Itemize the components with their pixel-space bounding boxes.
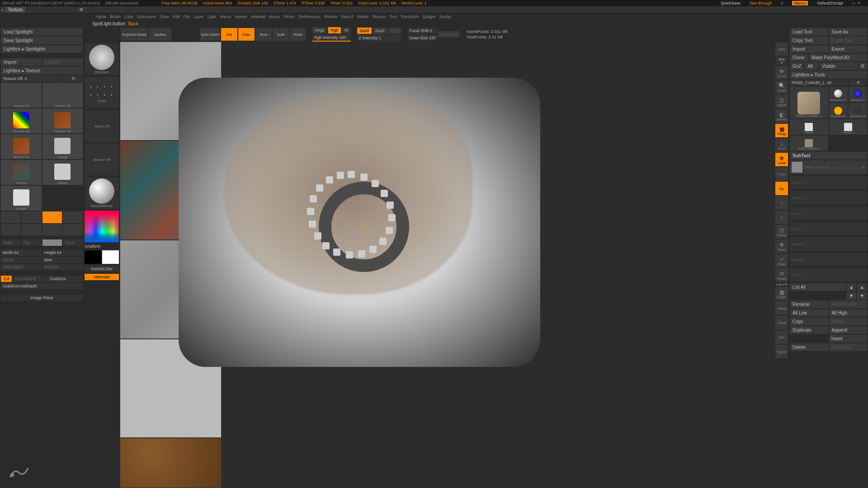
menu-edit[interactable]: Edit <box>173 14 180 19</box>
current-tool-field[interactable]: PM3D_Cube3D_1. 49 <box>790 80 849 86</box>
delete-button[interactable]: Delete <box>790 343 828 351</box>
image-thumb-2[interactable]: Image <box>1 160 42 185</box>
r-button[interactable]: R <box>64 75 83 82</box>
sb2[interactable] <box>22 224 42 236</box>
projection-master-button[interactable]: Projection Master <box>121 28 148 41</box>
viewport[interactable] <box>120 42 774 488</box>
menu-material[interactable]: Material <box>251 14 265 19</box>
image-thumb-4[interactable]: Image <box>1 186 42 211</box>
rgb-button[interactable]: Rgb <box>328 27 341 33</box>
duplicate-button[interactable]: Duplicate <box>790 326 828 334</box>
tool-alpha[interactable]: AlphaBrush <box>849 87 867 102</box>
sb4[interactable] <box>63 224 83 236</box>
copy-subtool-button[interactable]: Copy <box>790 318 828 325</box>
rotate-button[interactable] <box>63 211 83 223</box>
wheel-icon-4[interactable] <box>381 190 388 197</box>
texture-off-thumb[interactable]: Texture Off <box>1 83 42 108</box>
subtool-insert-2[interactable]: Insert 2 <box>790 191 867 205</box>
menu-draw[interactable]: Draw <box>160 14 169 19</box>
arrow-down[interactable]: ▼ <box>846 292 856 300</box>
texture-off-field[interactable]: Texture Off. 0 <box>1 75 63 82</box>
z-intensity[interactable]: Z Intensity 1 <box>357 35 401 41</box>
quicksketch-button[interactable]: Quick Sketch <box>200 28 220 41</box>
subtool-insert-3[interactable]: Insert 3 <box>790 206 867 220</box>
move-button[interactable]: Move <box>255 28 272 41</box>
solo-button[interactable]: Solo <box>775 330 788 344</box>
polyf-button[interactable]: ▦PolyF <box>775 287 788 300</box>
zadd-button[interactable]: Zadd <box>357 28 372 34</box>
menu-color[interactable]: Color <box>124 14 134 19</box>
draw-size[interactable]: Draw Size 197 <box>408 35 438 41</box>
m-button[interactable]: M <box>342 27 351 33</box>
append-button[interactable]: Append <box>829 326 868 334</box>
export-button[interactable]: Export <box>42 58 83 66</box>
quicksave-button[interactable]: QuickSave <box>721 1 741 5</box>
import-tool-button[interactable]: Import <box>790 45 828 53</box>
onoff-button[interactable]: on off <box>42 211 62 223</box>
menu-picker[interactable]: Picker <box>283 14 295 19</box>
alpha-off[interactable]: Alpha Off <box>85 110 119 142</box>
copy-tool-button[interactable]: Copy Tool <box>790 37 828 44</box>
xpose-button[interactable]: Xpose <box>775 345 788 358</box>
lightbox-texture-button[interactable]: Lightbox ▸ Texture <box>1 67 83 75</box>
menu-brush[interactable]: Brush <box>110 14 121 19</box>
image-thumb-3[interactable]: Image <box>42 160 83 185</box>
import-button[interactable]: Import <box>1 58 42 66</box>
floor-button[interactable]: ⊥Floor <box>775 138 788 152</box>
wheel-icon-9[interactable] <box>369 246 377 253</box>
menu-transform[interactable]: Transform <box>400 14 419 19</box>
stroke-dots[interactable]: · · · ·· · · ·Dots <box>85 77 119 108</box>
material-basic[interactable]: BasicMaterial <box>85 177 119 209</box>
lightbox-spotlights-button[interactable]: Lightbox ▸ Spotlights <box>1 45 83 53</box>
wheel-icon-12[interactable] <box>333 249 340 256</box>
sec-button[interactable] <box>42 239 62 246</box>
alllow-button[interactable]: All Low <box>790 309 828 317</box>
menu-tool[interactable]: Tool <box>389 14 397 19</box>
menu-light[interactable]: Light <box>208 14 217 19</box>
wheel-icon-19[interactable] <box>326 176 333 183</box>
flipv-button[interactable] <box>1 211 21 223</box>
menu-stroke[interactable]: Stroke <box>357 14 368 19</box>
brushtxtr-thumb[interactable]: BrushTxtr <box>1 134 42 159</box>
menu-stencil[interactable]: Stencil <box>341 14 353 19</box>
rgb-intensity[interactable]: Rgb Intensity 100 <box>312 34 351 42</box>
xyz-button[interactable]: Xyz <box>775 182 788 195</box>
tool-cube2[interactable]: Cube3D_1 <box>829 119 868 135</box>
lightbox-tools-button[interactable]: Lightbox ▸ Tools <box>790 71 867 79</box>
spotlight-texture-5[interactable] <box>120 438 222 488</box>
move-nav-button[interactable]: ✥Move <box>775 239 788 253</box>
wheel-icon-3[interactable] <box>372 180 379 187</box>
spotlight-wheel[interactable] <box>319 182 409 272</box>
arrow-down2[interactable]: ▼ <box>857 292 867 300</box>
load-tool-button[interactable]: Load Tool <box>790 28 828 36</box>
export-tool-button[interactable]: Export <box>829 45 868 53</box>
wheel-icon-5[interactable] <box>387 202 394 209</box>
draw-button[interactable]: Draw <box>238 28 255 41</box>
new-button[interactable]: New <box>42 257 83 263</box>
rename-button[interactable]: Rename <box>790 300 828 308</box>
list-all-button[interactable]: List All <box>790 283 845 291</box>
allhigh-button[interactable]: All High <box>829 309 868 317</box>
tool-eraser[interactable]: EraserBrush <box>849 103 867 118</box>
visible-button[interactable]: Visible <box>819 62 857 70</box>
primary-color[interactable] <box>102 250 119 264</box>
sb1[interactable] <box>1 224 21 236</box>
local-button[interactable]: ⊕Local <box>775 153 788 166</box>
tool-sphere[interactable]: SphereBrush <box>829 87 848 102</box>
transp-button[interactable]: Transp <box>775 301 788 315</box>
save-as-button[interactable]: Save As <box>829 28 868 36</box>
tool-cube[interactable]: Cube3D <box>790 119 828 135</box>
texture-02-thumb[interactable]: Texture 02 <box>42 108 83 133</box>
tool-pm3d[interactable]: PM3D_Cube3D_1 <box>790 136 828 151</box>
wheel-icon-1[interactable] <box>348 171 355 178</box>
menu-zscript[interactable]: Zscript <box>439 14 452 19</box>
autoreorder-button[interactable]: AutoReorder <box>829 300 868 308</box>
wheel-icon-20[interactable] <box>337 172 344 179</box>
paste-subtool-button[interactable]: Paste <box>829 318 868 325</box>
subtool-insert-4[interactable]: Insert 4 <box>790 222 867 235</box>
wheel-icon-14[interactable] <box>314 232 321 239</box>
scale-button[interactable]: Scale <box>273 28 289 41</box>
aahalf-button[interactable]: ◧AAHalf <box>775 109 788 123</box>
texture-off-thumb-2[interactable]: Texture Off <box>42 83 83 108</box>
z-button[interactable]: Z <box>775 211 788 224</box>
